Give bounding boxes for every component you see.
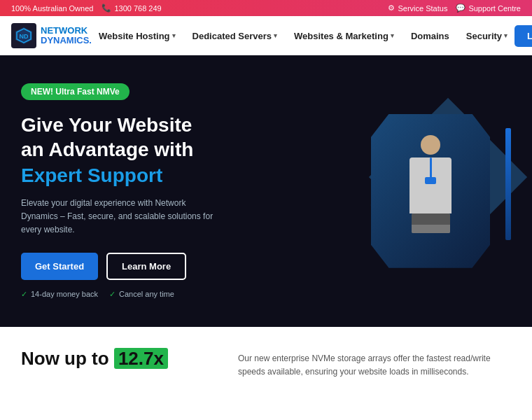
section-heading: Now up to 12.7x	[21, 348, 217, 370]
checkmark-icon: ✓	[21, 290, 27, 299]
hero-badge: NEW! Ultra Fast NMVe	[21, 83, 130, 100]
navbar: ND NETWORK DYNAMICS. Website Hosting ▾ D…	[0, 16, 532, 55]
check-money-back: ✓ 14-day money back	[21, 290, 98, 299]
person-body	[410, 158, 451, 214]
top-bar-left: 100% Australian Owned 📞 1300 768 249	[11, 4, 162, 13]
section-title-area: Now up to 12.7x	[21, 348, 217, 370]
login-button[interactable]: Login	[514, 25, 532, 47]
chevron-down-icon: ▾	[504, 32, 507, 39]
accent-bar	[505, 128, 511, 240]
owned-label: 100% Australian Owned	[11, 4, 93, 13]
get-started-button[interactable]: Get Started	[21, 253, 98, 280]
person-image	[371, 114, 490, 268]
nav-websites-marketing[interactable]: Websites & Marketing ▾	[287, 27, 401, 46]
svg-text:ND: ND	[20, 33, 29, 40]
check-cancel: ✓ Cancel any time	[109, 290, 174, 299]
gear-icon: ⚙	[388, 4, 395, 13]
logo-text: NETWORK DYNAMICS.	[41, 26, 92, 46]
chevron-down-icon: ▾	[172, 32, 176, 39]
nav-website-hosting[interactable]: Website Hosting ▾	[92, 27, 183, 46]
top-bar: 100% Australian Owned 📞 1300 768 249 ⚙ S…	[0, 0, 532, 16]
hero-section: NEW! Ultra Fast NMVe Give Your Website a…	[0, 55, 532, 327]
section-highlight: 12.7x	[114, 348, 168, 369]
person-laptop	[412, 214, 450, 233]
chevron-down-icon: ▾	[391, 32, 394, 39]
learn-more-button[interactable]: Learn More	[106, 253, 186, 280]
nav-dedicated-servers[interactable]: Dedicated Servers ▾	[186, 27, 284, 46]
support-centre-link[interactable]: 💬 Support Centre	[456, 4, 521, 13]
section-description: Our new enterprise NVMe storage arrays o…	[238, 348, 511, 379]
nav-domains[interactable]: Domains	[404, 27, 456, 46]
phone-icon: 📞	[102, 4, 111, 13]
hero-image-area	[305, 107, 511, 275]
chat-icon: 💬	[456, 4, 465, 13]
person-head	[421, 135, 440, 155]
phone-link[interactable]: 📞 1300 768 249	[102, 4, 161, 13]
hero-title-accent: Expert Support	[21, 164, 290, 187]
top-bar-right: ⚙ Service Status 💬 Support Centre	[388, 4, 521, 13]
person-figure	[402, 135, 458, 247]
nav-security[interactable]: Security ▾	[459, 27, 514, 46]
logo[interactable]: ND NETWORK DYNAMICS.	[11, 23, 92, 48]
hero-content: NEW! Ultra Fast NMVe Give Your Website a…	[21, 83, 290, 299]
nav-links: Website Hosting ▾ Dedicated Servers ▾ We…	[92, 27, 514, 46]
chevron-down-icon: ▾	[274, 32, 277, 39]
hero-description: Elevate your digital experience with Net…	[21, 197, 217, 237]
hero-buttons: Get Started Learn More	[21, 253, 290, 280]
service-status-link[interactable]: ⚙ Service Status	[388, 4, 447, 13]
below-hero-section: Now up to 12.7x Our new enterprise NVMe …	[0, 327, 532, 393]
hero-title: Give Your Website an Advantage with	[21, 113, 290, 162]
logo-icon: ND	[11, 23, 36, 48]
checkmark-icon: ✓	[109, 290, 115, 299]
hero-checks: ✓ 14-day money back ✓ Cancel any time	[21, 290, 290, 299]
